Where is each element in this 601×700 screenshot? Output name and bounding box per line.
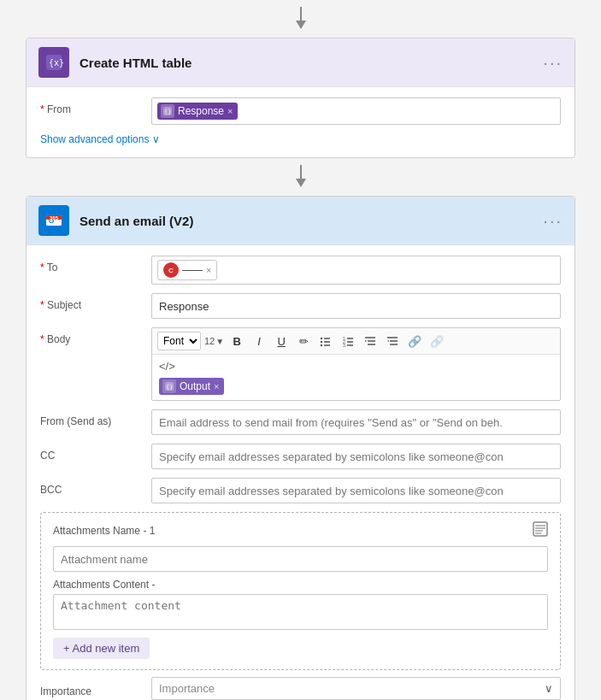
svg-marker-7 — [296, 179, 306, 187]
link-btn[interactable]: 🔗 — [405, 332, 424, 350]
attachment-content-input[interactable] — [53, 594, 548, 630]
svg-marker-32 — [387, 340, 389, 342]
italic-btn[interactable]: I — [250, 332, 268, 350]
underline-btn[interactable]: U — [272, 332, 291, 350]
from-send-input[interactable] — [151, 409, 561, 435]
cc-row: CC — [40, 444, 561, 469]
email-card-body: To C —— × Subject Body F — [27, 245, 574, 700]
svg-text:3.: 3. — [343, 343, 346, 347]
font-size-value: 12 — [204, 336, 215, 346]
attachments-name-label: Attachments Name - 1 — [53, 525, 155, 537]
output-tag-label: Output — [180, 380, 210, 392]
pencil-btn[interactable]: ✏ — [294, 332, 313, 350]
email-card-menu[interactable]: ··· — [543, 211, 563, 231]
svg-text:{}: {} — [166, 384, 173, 391]
body-editor: Font 12 ▼ B I U ✏ 1.2.3. — [151, 327, 561, 401]
show-advanced-btn[interactable]: Show advanced options ∨ — [40, 133, 561, 145]
body-label: Body — [40, 327, 151, 345]
from-tag-container[interactable]: {} Response × — [151, 97, 561, 125]
to-tag-container[interactable]: C —— × — [151, 256, 561, 285]
attachments-box: Attachments Name - 1 Attachments Content… — [40, 512, 561, 670]
importance-row: Importance Importance ∨ — [40, 677, 561, 700]
html-card-header: {x} Create HTML table ··· — [27, 38, 574, 87]
importance-dropdown[interactable]: Importance ∨ — [151, 677, 561, 700]
response-tag-close[interactable]: × — [227, 106, 233, 116]
importance-label: Importance — [40, 679, 151, 697]
mid-arrow — [26, 158, 575, 196]
html-card-menu[interactable]: ··· — [543, 53, 563, 73]
bcc-label: BCC — [40, 478, 151, 496]
to-avatar: C — [163, 262, 179, 278]
tag-icon: {} — [161, 104, 174, 118]
add-new-item-btn[interactable]: + Add new item — [53, 638, 150, 659]
output-tag[interactable]: {} Output × — [159, 378, 224, 395]
body-content[interactable]: </> {} Output × — [152, 355, 560, 400]
attachment-name-input[interactable] — [53, 546, 548, 572]
top-arrow — [26, 0, 575, 38]
subject-row: Subject — [40, 293, 561, 319]
to-label: To — [40, 256, 151, 274]
bcc-row: BCC — [40, 478, 561, 503]
html-table-card: {x} Create HTML table ··· From {} Respon… — [26, 38, 575, 158]
subject-input[interactable] — [151, 293, 561, 319]
svg-marker-1 — [296, 21, 306, 29]
importance-chevron: ∨ — [545, 682, 553, 695]
numbered-btn[interactable]: 1.2.3. — [339, 332, 357, 350]
importance-value: Importance — [159, 682, 215, 695]
bullets-btn[interactable] — [316, 332, 335, 350]
to-recipient-name: —— — [182, 264, 203, 276]
body-toolbar: Font 12 ▼ B I U ✏ 1.2.3. — [152, 328, 560, 355]
bold-btn[interactable]: B — [227, 332, 246, 350]
response-tag[interactable]: {} Response × — [157, 103, 238, 120]
svg-point-15 — [321, 341, 322, 343]
html-card-body: From {} Response × Show advanced options… — [27, 87, 574, 157]
outdent-btn[interactable] — [383, 332, 402, 350]
output-tag-close[interactable]: × — [214, 381, 219, 391]
email-card-title: Send an email (V2) — [80, 214, 543, 228]
attachments-content-label: Attachments Content - — [53, 579, 548, 591]
svg-marker-28 — [365, 340, 367, 342]
email-card: O 365 Send an email (V2) ··· To C —— × — [26, 196, 575, 700]
svg-text:{}: {} — [164, 109, 171, 115]
output-tag-icon: {} — [162, 379, 176, 393]
svg-point-13 — [321, 338, 322, 339]
bcc-input[interactable] — [151, 478, 561, 503]
response-tag-label: Response — [178, 105, 224, 117]
from-send-label: From (Send as) — [40, 409, 151, 427]
to-row: To C —— × — [40, 256, 561, 285]
unlink-btn[interactable]: 🔗 — [427, 332, 446, 350]
subject-label: Subject — [40, 293, 151, 311]
cc-label: CC — [40, 444, 151, 462]
svg-text:{x}: {x} — [49, 58, 63, 68]
from-label: From — [40, 97, 151, 115]
email-card-header: O 365 Send an email (V2) ··· — [27, 197, 574, 245]
font-size-arrow[interactable]: ▼ — [215, 337, 224, 346]
body-row: Body Font 12 ▼ B I U ✏ — [40, 327, 561, 401]
from-row: From {} Response × — [40, 97, 561, 125]
from-send-row: From (Send as) — [40, 409, 561, 435]
cc-input[interactable] — [151, 444, 561, 469]
svg-text:365: 365 — [50, 215, 59, 221]
font-select[interactable]: Font — [157, 332, 201, 350]
attachments-header: Attachments Name - 1 — [53, 521, 548, 539]
font-size-control[interactable]: 12 ▼ — [204, 336, 224, 346]
html-card-icon: {x} — [38, 47, 69, 78]
html-card-title: Create HTML table — [80, 56, 543, 70]
to-recipient-tag[interactable]: C —— × — [157, 260, 217, 280]
indent-btn[interactable] — [361, 332, 380, 350]
attachments-icon-btn[interactable] — [533, 521, 548, 539]
svg-point-17 — [321, 344, 322, 346]
code-tag: </> — [159, 360, 553, 373]
email-card-icon: O 365 — [38, 205, 69, 236]
to-tag-close[interactable]: × — [206, 265, 211, 275]
